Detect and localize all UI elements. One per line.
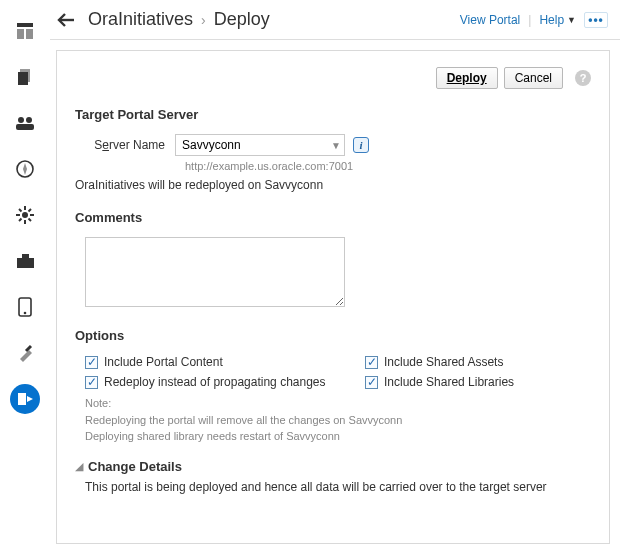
- svg-point-9: [22, 212, 28, 218]
- breadcrumb-level2: Deploy: [214, 9, 270, 30]
- checkbox-include-shared-libraries[interactable]: ✓ Include Shared Libraries: [365, 375, 591, 389]
- change-details-header[interactable]: ◢ Change Details: [75, 459, 591, 474]
- svg-point-21: [24, 312, 27, 315]
- checkbox-label: Redeploy instead of propagating changes: [104, 375, 326, 389]
- cancel-button[interactable]: Cancel: [504, 67, 563, 89]
- server-url-hint: http://example.us.oracle.com:7001: [185, 160, 591, 172]
- deploy-button[interactable]: Deploy: [436, 67, 498, 89]
- redeploy-message: OraInitiatives will be redeployed on Sav…: [75, 178, 591, 192]
- server-name-select[interactable]: ▼: [175, 134, 345, 156]
- svg-rect-7: [16, 124, 34, 130]
- svg-rect-0: [17, 23, 33, 27]
- svg-rect-1: [17, 29, 24, 39]
- chevron-down-icon: ▼: [567, 15, 576, 25]
- sidebar-item-navigation[interactable]: [10, 154, 40, 184]
- more-actions-button[interactable]: •••: [584, 12, 608, 28]
- note-line: Redeploying the portal will remove all t…: [85, 412, 591, 429]
- sidebar-item-tools[interactable]: [10, 338, 40, 368]
- checkbox-icon: ✓: [85, 356, 98, 369]
- section-options-heading: Options: [75, 328, 591, 343]
- note-line: Deploying shared library needs restart o…: [85, 428, 591, 445]
- server-name-label: Server Name: [75, 138, 175, 152]
- section-target-heading: Target Portal Server: [75, 107, 591, 122]
- svg-rect-18: [17, 258, 34, 268]
- topbar-divider: |: [528, 13, 531, 27]
- sidebar-item-device[interactable]: [10, 292, 40, 322]
- sidebar-item-overview[interactable]: [10, 16, 40, 46]
- svg-rect-4: [18, 72, 28, 85]
- breadcrumb-level1[interactable]: OraInitiatives: [88, 9, 193, 30]
- checkbox-icon: ✓: [365, 376, 378, 389]
- options-note: Note: Redeploying the portal will remove…: [85, 395, 591, 445]
- section-comments-heading: Comments: [75, 210, 591, 225]
- svg-line-17: [29, 209, 32, 212]
- sidebar: [0, 0, 50, 554]
- sidebar-item-deploy[interactable]: [10, 384, 40, 414]
- svg-rect-23: [18, 393, 26, 405]
- disclosure-triangle-icon: ◢: [75, 460, 83, 473]
- checkbox-icon: ✓: [365, 356, 378, 369]
- help-label: Help: [539, 13, 564, 27]
- server-name-input[interactable]: [175, 134, 345, 156]
- checkbox-redeploy[interactable]: ✓ Redeploy instead of propagating change…: [85, 375, 345, 389]
- help-icon[interactable]: ?: [575, 70, 591, 86]
- change-details-title: Change Details: [88, 459, 182, 474]
- checkbox-include-shared-assets[interactable]: ✓ Include Shared Assets: [365, 355, 591, 369]
- svg-rect-19: [22, 254, 29, 258]
- checkbox-label: Include Shared Assets: [384, 355, 503, 369]
- view-portal-link[interactable]: View Portal: [460, 13, 520, 27]
- sidebar-item-pages[interactable]: [10, 62, 40, 92]
- svg-line-15: [29, 219, 32, 222]
- breadcrumb-separator: ›: [201, 12, 206, 28]
- help-menu[interactable]: Help ▼: [539, 13, 576, 27]
- svg-rect-2: [26, 29, 33, 39]
- deploy-panel: Deploy Cancel ? Target Portal Server Ser…: [56, 50, 610, 544]
- back-button[interactable]: [54, 8, 78, 32]
- server-info-icon[interactable]: i: [353, 137, 369, 153]
- checkbox-include-portal-content[interactable]: ✓ Include Portal Content: [85, 355, 345, 369]
- checkbox-label: Include Portal Content: [104, 355, 223, 369]
- change-details-body: This portal is being deployed and hence …: [85, 480, 591, 494]
- sidebar-item-members[interactable]: [10, 108, 40, 138]
- comments-textarea[interactable]: [85, 237, 345, 307]
- svg-line-14: [19, 209, 22, 212]
- note-label: Note:: [85, 395, 591, 412]
- checkbox-label: Include Shared Libraries: [384, 375, 514, 389]
- svg-line-16: [19, 219, 22, 222]
- checkbox-icon: ✓: [85, 376, 98, 389]
- breadcrumb: OraInitiatives › Deploy: [88, 9, 460, 30]
- sidebar-item-assets[interactable]: [10, 246, 40, 276]
- topbar: OraInitiatives › Deploy View Portal | He…: [50, 0, 620, 40]
- svg-point-5: [18, 117, 24, 123]
- sidebar-item-settings[interactable]: [10, 200, 40, 230]
- svg-point-6: [26, 117, 32, 123]
